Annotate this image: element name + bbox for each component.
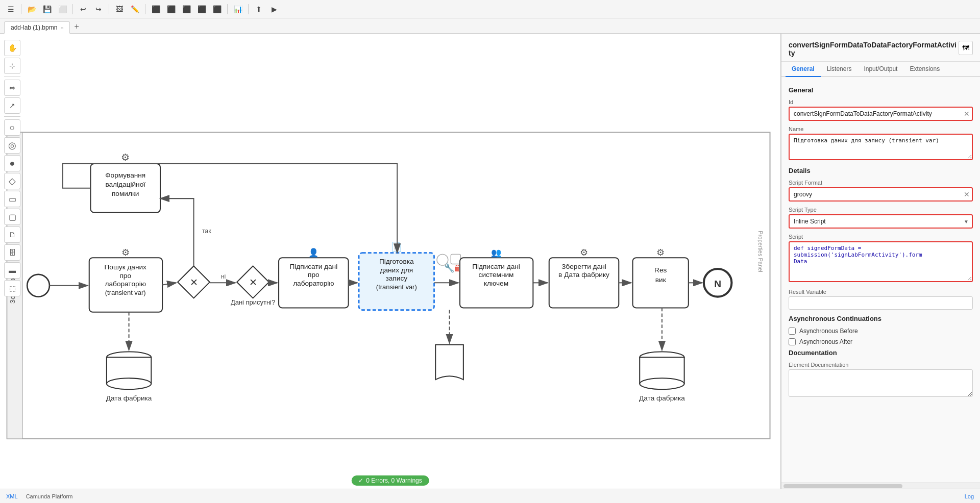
script-textarea[interactable]: def signedFormData = submission('signLab…: [789, 241, 973, 282]
props-hscroll[interactable]: [781, 483, 980, 489]
rounded-rect-tool[interactable]: ▢: [4, 209, 20, 225]
select-tool[interactable]: ⊹: [4, 58, 20, 74]
chart-button[interactable]: 📊: [231, 3, 244, 16]
task-sign-sys-label1: Підписати дані: [472, 263, 520, 270]
task-search-label3: лабораторію: [105, 280, 146, 288]
main-area: ✋ ⊹ ⇔ ↗ ○ ◎ ● ◇ ▭ ▢ 🗋 🗄 ▬ ⬚: [0, 34, 980, 489]
result-variable-group: Result Variable: [789, 289, 973, 310]
id-input-wrapper: ✕: [789, 107, 973, 121]
tab-listeners[interactable]: Listeners: [821, 62, 858, 77]
edit-mode-button[interactable]: ✏️: [128, 3, 141, 16]
toolbar: ☰ 📂 💾 ⬜ ↩ ↪ 🖼 ✏️ ⬛ ⬛ ⬛ ⬛ ⬛ 📊 ⬆ ▶: [0, 0, 980, 18]
rectangle-tool[interactable]: ▭: [4, 191, 20, 207]
document-tool[interactable]: 🗋: [4, 227, 20, 243]
redo-button[interactable]: ↪: [92, 3, 105, 16]
wrench-icon: 🔧: [444, 263, 455, 273]
script-format-group: Script Format ✕: [789, 180, 973, 202]
image-button[interactable]: 🖼: [113, 3, 126, 16]
cylinder-tool[interactable]: 🗄: [4, 244, 20, 261]
tab-main[interactable]: add-lab (1).bpmn ○: [4, 21, 70, 34]
tab-add-button[interactable]: +: [70, 20, 83, 33]
save-button[interactable]: 💾: [40, 3, 54, 16]
element-doc-group: Element Documentation: [789, 362, 973, 398]
async-after-label: Asynchronous After: [799, 338, 852, 345]
task-sign-sys-label2: системним: [479, 271, 514, 279]
gear-icon-res: ⚙: [656, 247, 665, 258]
tab-general[interactable]: General: [786, 62, 821, 77]
id-input[interactable]: [789, 107, 973, 121]
script-type-select[interactable]: Inline Script External Script: [789, 214, 973, 229]
xml-label[interactable]: XML: [6, 493, 18, 499]
export-button[interactable]: ⬜: [56, 3, 69, 16]
async-before-row: Asynchronous Before: [789, 328, 973, 335]
task-res-label1: Res: [654, 266, 667, 274]
tab-input-output[interactable]: Input/Output: [857, 62, 903, 77]
align-right-button[interactable]: ⬛: [180, 3, 193, 16]
statusbar: XML Camunda Platform Log: [0, 489, 980, 503]
map-icon[interactable]: 🗺: [959, 41, 973, 55]
log-label[interactable]: Log: [965, 493, 974, 499]
id-clear-button[interactable]: ✕: [964, 110, 970, 118]
move-tool[interactable]: ⇔: [4, 80, 20, 96]
task-prepare-label4: (transient var): [376, 283, 417, 291]
filled-circle-tool[interactable]: ●: [4, 155, 20, 171]
circle-event-2-tool[interactable]: ◎: [4, 137, 20, 154]
menu-button[interactable]: ☰: [4, 3, 17, 16]
id-field-group: Id ✕: [789, 99, 973, 121]
platform-label: Camunda Platform: [26, 493, 73, 499]
dashed-rect-tool[interactable]: ⬚: [4, 280, 20, 296]
users-icon-sign-system: 👥: [491, 247, 502, 258]
task-icon-rect1: [451, 254, 460, 264]
connect-tool[interactable]: ↗: [4, 97, 20, 114]
task-sign-sys-label3: ключем: [484, 280, 508, 287]
async-section-title: Asynchronous Continuations: [789, 315, 973, 322]
dist-v-button[interactable]: ⬛: [210, 3, 224, 16]
bpmn-diagram[interactable]: Зста бізн ⚙ Формування валідаційної поми…: [0, 34, 780, 489]
script-format-clear[interactable]: ✕: [964, 190, 970, 198]
gear-icon-save: ⚙: [580, 247, 588, 258]
upload-button[interactable]: ⬆: [252, 3, 265, 16]
async-after-checkbox[interactable]: [789, 338, 796, 345]
async-before-checkbox[interactable]: [789, 328, 796, 335]
flow-task2-gw1: [162, 283, 176, 285]
name-input[interactable]: Підготовка даних для запису (transient v…: [789, 134, 973, 160]
script-type-label: Script Type: [789, 207, 973, 213]
start-event[interactable]: [27, 274, 50, 297]
script-label: Script: [789, 234, 973, 240]
task-prepare-label2: даних для: [380, 266, 413, 274]
document-shape: [435, 345, 463, 380]
props-tabs: General Listeners Input/Output Extension…: [781, 62, 980, 77]
task-search-label2: про: [119, 272, 131, 280]
sep3: [109, 4, 109, 14]
diamond-tool[interactable]: ◇: [4, 173, 20, 189]
general-section-title: General: [789, 86, 973, 94]
tool-sep1: [4, 77, 20, 77]
task-form-error-label: Формування: [105, 171, 145, 179]
play-button[interactable]: ▶: [267, 3, 281, 16]
details-section-title: Details: [789, 167, 973, 174]
undo-button[interactable]: ↩: [77, 3, 90, 16]
open-button[interactable]: 📂: [25, 3, 38, 16]
element-doc-label: Element Documentation: [789, 362, 973, 368]
gear-icon-search: ⚙: [121, 247, 130, 258]
tab-close-icon[interactable]: ○: [60, 25, 63, 31]
wide-rect-tool[interactable]: ▬: [4, 262, 20, 279]
gateway-2-x: ✕: [249, 277, 257, 288]
task-form-error-label3: помилки: [112, 190, 139, 197]
script-type-wrapper: Inline Script External Script ▼: [789, 214, 973, 229]
props-content: General Id ✕ Name Підготовка даних для з…: [781, 77, 980, 483]
tab-extensions[interactable]: Extensions: [903, 62, 946, 77]
hand-tool[interactable]: ✋: [4, 40, 20, 56]
align-left-button[interactable]: ⬛: [149, 3, 162, 16]
task-prepare-label3: запису: [386, 274, 408, 282]
dist-h-button[interactable]: ⬛: [195, 3, 208, 16]
name-field-group: Name Підготовка даних для запису (transi…: [789, 126, 973, 162]
element-doc-textarea[interactable]: [789, 369, 973, 397]
circle-event-tool[interactable]: ○: [4, 119, 20, 136]
db1-label: Дата фабрика: [106, 394, 152, 402]
result-variable-input[interactable]: [789, 296, 973, 310]
name-label: Name: [789, 126, 973, 132]
canvas-area[interactable]: ✋ ⊹ ⇔ ↗ ○ ◎ ● ◇ ▭ ▢ 🗋 🗄 ▬ ⬚: [0, 34, 781, 489]
script-format-input[interactable]: [789, 187, 973, 202]
align-center-button[interactable]: ⬛: [164, 3, 178, 16]
